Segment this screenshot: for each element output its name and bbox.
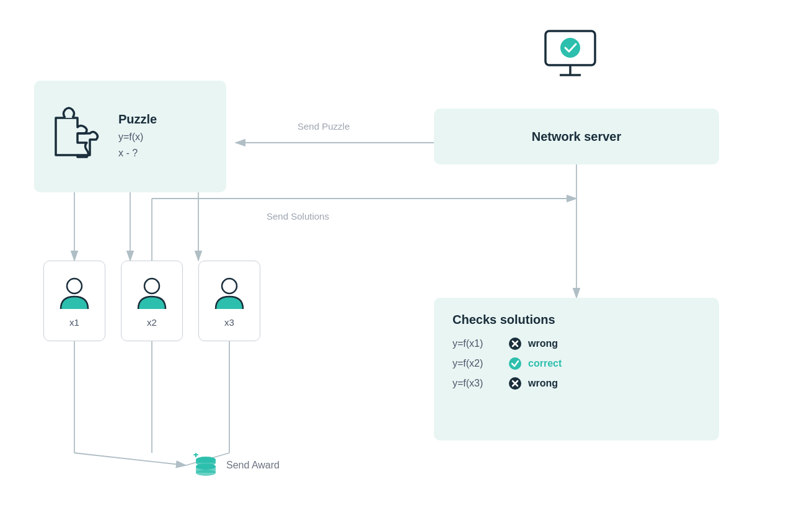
checks-title: Checks solutions [452,313,700,327]
award-icon [192,453,220,478]
check-label-wrong-1: wrong [528,338,558,349]
user-icon-2 [135,275,169,312]
check-row-2: y=f(x2) correct [452,357,700,370]
check-row-3: y=f(x3) wrong [452,377,700,390]
svg-point-17 [560,38,580,58]
check-formula-1: y=f(x1) [452,338,502,349]
send-award-section: Send Award [192,453,280,478]
puzzle-title: Puzzle [118,112,157,127]
puzzle-text: Puzzle y=f(x) x - ? [118,112,157,161]
check-icon-wrong-3 [508,377,522,390]
svg-line-10 [74,453,186,465]
user-box-1: x1 [43,261,105,341]
diagram-container: Puzzle y=f(x) x - ? Network server Check… [0,0,812,510]
network-server-title: Network server [532,130,622,144]
send-puzzle-label: Send Puzzle [298,121,350,132]
check-icon-correct-2 [508,357,522,370]
check-label-wrong-3: wrong [528,378,558,389]
user-box-3: x3 [198,261,260,341]
network-server-box: Network server [434,109,719,164]
svg-point-33 [196,457,216,463]
user-icon-1 [58,275,92,312]
check-formula-2: y=f(x2) [452,358,502,369]
monitor-icon [542,28,598,84]
user-label-1: x1 [69,317,79,328]
check-icon-wrong-1 [508,337,522,351]
check-formula-3: y=f(x3) [452,378,502,389]
send-solutions-label: Send Solutions [267,211,329,221]
svg-point-25 [67,279,82,293]
svg-point-27 [222,279,237,293]
user-icon-3 [213,275,247,312]
user-label-2: x2 [147,317,157,328]
check-row-1: y=f(x1) wrong [452,337,700,351]
svg-point-26 [144,279,159,293]
puzzle-box: Puzzle y=f(x) x - ? [34,81,226,192]
user-label-3: x3 [224,317,234,328]
svg-point-21 [509,357,521,370]
user-box-2: x2 [121,261,183,341]
puzzle-icon [46,105,108,168]
check-label-correct-2: correct [528,358,562,369]
puzzle-formula: y=f(x) x - ? [118,129,157,161]
checks-solutions-box: Checks solutions y=f(x1) wrong y=f(x2) c… [434,298,719,441]
send-award-label: Send Award [226,460,280,471]
